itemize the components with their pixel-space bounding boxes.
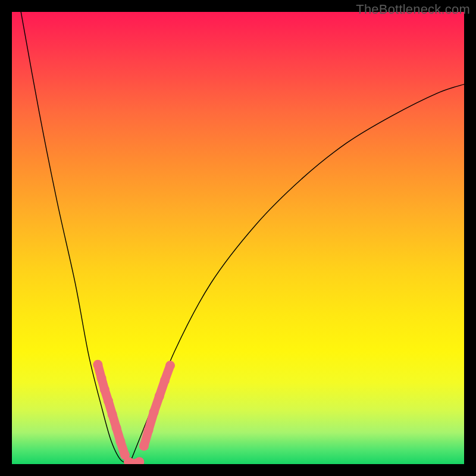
bead-dot [100,385,109,394]
bead-dot [155,392,164,401]
bead-dot [144,425,154,435]
bead-dot [134,457,144,464]
bead-dot [104,396,113,406]
chart-frame: TheBottleneck.com [0,0,476,476]
bead-dot [115,437,125,446]
curve-svg [12,12,464,464]
bead-dot [139,441,149,451]
bead-dot [112,423,121,433]
watermark-text: TheBottleneck.com [356,2,470,17]
curve-left-branch [21,12,129,464]
bead-dot [93,360,102,369]
bead-dot [165,361,175,370]
curve-right-branch [130,84,464,464]
plot-area [12,12,464,464]
bead-dot [108,409,117,419]
bead-dot [160,375,170,385]
bead-markers [93,360,175,464]
bead-dot [149,408,159,417]
bead-dot [97,374,107,383]
